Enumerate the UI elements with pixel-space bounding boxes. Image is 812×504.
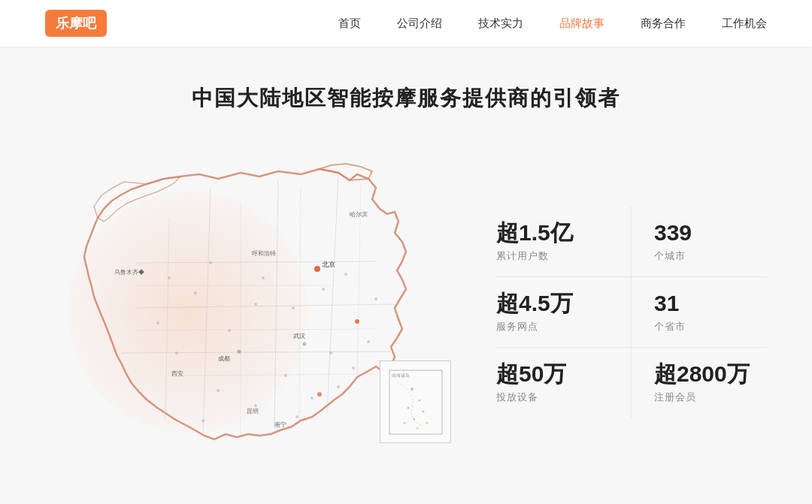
svg-text:西安: 西安 [171, 370, 183, 377]
nav-tech[interactable]: 技术实力 [478, 17, 523, 31]
svg-text:武汉: 武汉 [293, 333, 305, 340]
stat-label-users: 累计用户数 [496, 249, 608, 263]
svg-point-27 [194, 291, 197, 294]
nav-home[interactable]: 首页 [338, 17, 361, 31]
header: 乐摩吧 首页 公司介绍 技术实力 品牌故事 商务合作 工作机会 [0, 0, 812, 47]
svg-line-3 [203, 188, 211, 436]
stat-value-outlets: 超4.5万 [496, 291, 608, 315]
svg-point-40 [322, 288, 325, 291]
svg-text:南海诸岛: 南海诸岛 [392, 373, 410, 378]
nav: 首页 公司介绍 技术实力 品牌故事 商务合作 工作机会 [338, 17, 767, 31]
stat-label-devices: 投放设备 [496, 391, 608, 404]
svg-point-17 [238, 350, 241, 354]
svg-line-9 [180, 374, 376, 376]
svg-point-32 [337, 385, 340, 388]
svg-text:昆明: 昆明 [247, 408, 259, 415]
nav-company[interactable]: 公司介绍 [397, 17, 442, 31]
svg-point-30 [329, 352, 332, 355]
svg-text:北京: 北京 [322, 261, 335, 268]
stat-label-members: 注册会员 [654, 391, 752, 404]
svg-point-19 [303, 343, 307, 346]
stat-block-outlets: 超4.5万 服务网点 [496, 277, 632, 348]
svg-point-46 [201, 419, 205, 422]
svg-line-5 [327, 177, 338, 413]
svg-point-58 [416, 427, 418, 429]
stat-label-cities: 个城市 [654, 249, 752, 263]
stat-block-users: 超1.5亿 累计用户数 [496, 207, 632, 277]
page-title: 中国大陆地区智能按摩服务提供商的引领者 [45, 84, 767, 113]
stat-label-outlets: 服务网点 [496, 320, 608, 333]
svg-point-31 [284, 374, 287, 377]
stat-value-members: 超2800万 [654, 361, 752, 386]
stat-block-devices: 超50万 投放设备 [496, 348, 632, 418]
svg-point-16 [317, 392, 322, 397]
svg-line-6 [165, 218, 169, 421]
svg-point-35 [156, 321, 159, 324]
stat-value-devices: 超50万 [496, 361, 608, 386]
svg-text:哈尔滨: 哈尔滨 [350, 211, 368, 218]
svg-text:南宁: 南宁 [274, 421, 286, 428]
svg-line-11 [299, 188, 301, 421]
svg-point-41 [374, 297, 377, 300]
svg-line-8 [135, 329, 376, 330]
svg-point-43 [262, 276, 265, 279]
svg-point-28 [254, 303, 257, 306]
svg-point-45 [311, 397, 314, 400]
svg-rect-49 [389, 370, 442, 434]
stat-value-provinces: 31 [654, 291, 752, 315]
svg-point-53 [407, 406, 409, 409]
svg-line-1 [120, 352, 391, 353]
svg-point-54 [422, 410, 424, 412]
svg-point-13 [314, 266, 320, 272]
nav-brand[interactable]: 品牌故事 [559, 17, 604, 31]
content-row: 北京 成都 武汉 乌鲁木齐◆ 西安 哈尔滨 [45, 150, 767, 473]
svg-line-0 [135, 304, 398, 308]
svg-point-47 [254, 404, 257, 407]
svg-point-48 [295, 415, 298, 418]
svg-point-57 [403, 421, 405, 424]
stat-label-provinces: 个省市 [654, 320, 752, 333]
svg-point-29 [292, 306, 295, 309]
svg-point-39 [168, 276, 171, 279]
svg-point-15 [355, 319, 359, 324]
svg-point-34 [367, 340, 370, 343]
stats-area: 超1.5亿 累计用户数 339 个城市 超4.5万 服务网点 31 个省市 超5… [466, 207, 767, 418]
svg-text:乌鲁木齐◆: 乌鲁木齐◆ [114, 269, 144, 276]
svg-point-44 [228, 329, 231, 332]
svg-point-36 [175, 352, 178, 355]
svg-point-33 [352, 367, 355, 370]
svg-line-2 [135, 261, 376, 263]
logo[interactable]: 乐摩吧 [45, 10, 107, 37]
china-map: 北京 成都 武汉 乌鲁木齐◆ 西安 哈尔滨 [60, 158, 451, 466]
stat-value-cities: 339 [654, 220, 752, 245]
stat-block-cities: 339 个城市 [632, 207, 767, 277]
svg-point-42 [344, 273, 347, 276]
svg-text:成都: 成都 [218, 355, 230, 362]
stat-block-members: 超2800万 注册会员 [632, 348, 767, 418]
svg-point-56 [426, 421, 428, 424]
main-content: 中国大陆地区智能按摩服务提供商的引领者 [0, 47, 812, 504]
svg-point-51 [411, 388, 414, 391]
svg-point-52 [418, 399, 420, 401]
south-sea-inset: 南海诸岛 [380, 361, 451, 443]
stat-block-provinces: 31 个省市 [632, 277, 767, 348]
map-area: 北京 成都 武汉 乌鲁木齐◆ 西安 哈尔滨 [45, 150, 466, 473]
nav-jobs[interactable]: 工作机会 [722, 17, 767, 31]
svg-text:呼和浩特: 呼和浩特 [252, 250, 276, 257]
svg-point-37 [217, 389, 220, 392]
nav-business[interactable]: 商务合作 [641, 17, 686, 31]
svg-point-38 [209, 261, 212, 264]
stat-value-users: 超1.5亿 [496, 220, 608, 245]
svg-line-4 [274, 180, 278, 428]
